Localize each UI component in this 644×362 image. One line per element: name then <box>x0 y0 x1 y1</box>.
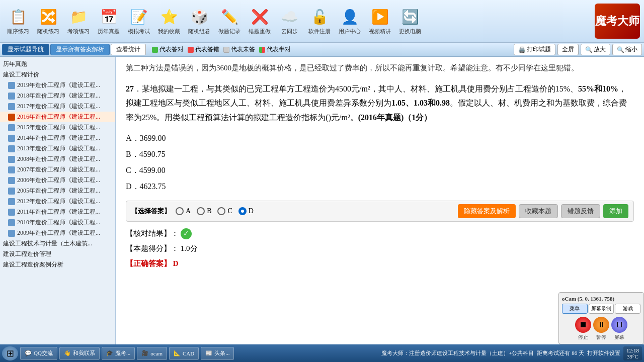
sidebar-item-2019[interactable]: 2019年造价工程师《建设工程... <box>0 80 115 90</box>
toolbar-item-past[interactable]: 📅 历年真题 <box>95 5 123 37</box>
random-label: 随机练习 <box>37 28 59 35</box>
item-icon-2008 <box>8 156 15 163</box>
radio-b-circle[interactable] <box>197 207 205 215</box>
taskbar-item-ocam[interactable]: 🎥 ocam <box>137 347 167 360</box>
sidebar-item-2005[interactable]: 2005年造价工程师《建设工程... <box>0 186 115 196</box>
taskbar-item-contact[interactable]: 👋 和我联系 <box>59 347 100 360</box>
taskbar-item-mokao[interactable]: 🎓 魔考... <box>102 347 135 360</box>
item-icon-2010 <box>8 219 15 226</box>
sidebar-item-2010[interactable]: 2010年造价工程师《建设工程... <box>0 217 115 228</box>
taskbar-item-news[interactable]: 📰 头条... <box>201 347 234 360</box>
taskbar-clock: 12:18 39°C <box>623 346 642 360</box>
indicator-half: 代表半对 <box>259 45 291 54</box>
sidebar-item-2016[interactable]: 2016年造价工程师《建设工程... <box>0 112 115 122</box>
radio-option-a[interactable]: A <box>176 207 191 215</box>
register-icon: 🔓 <box>309 7 330 27</box>
toolbar-item-change-pc[interactable]: 🔄 更换电脑 <box>396 5 424 37</box>
sidebar-item-2008[interactable]: 2008年造价工程师《建设工程... <box>0 154 115 164</box>
radio-a-circle[interactable] <box>176 207 184 215</box>
start-button[interactable]: ⊞ <box>2 346 18 360</box>
add-button[interactable]: 添加 <box>603 204 628 218</box>
software-settings[interactable]: 打开软件设置 <box>587 349 620 357</box>
item-icon-2006 <box>8 177 15 184</box>
sidebar-item-2007[interactable]: 2007年造价工程师《建设工程... <box>0 164 115 175</box>
ocam-stop-button[interactable]: ⏹ 停止 <box>575 317 591 341</box>
answer-row: 【选择答案】 A B C D <box>126 201 634 222</box>
collect-icon: ⭐ <box>159 7 179 27</box>
app-logo: 魔考大师 <box>595 4 640 39</box>
main-layout: 历年真题 建设工程计价 2019年造价工程师《建设工程... 2018年造价工程… <box>0 57 644 344</box>
radio-c-circle[interactable] <box>217 207 225 215</box>
sidebar-item-2018[interactable]: 2018年造价工程师《建设工程... <box>0 90 115 101</box>
sidebar-item-2014[interactable]: 2014年造价工程师《建设工程... <box>0 133 115 143</box>
radio-option-d[interactable]: D <box>238 207 254 215</box>
sidebar-section-tech[interactable]: 建设工程技术与计量（土木建筑... <box>0 238 115 249</box>
item-icon-2017 <box>8 103 15 110</box>
sidebar-item-2009[interactable]: 2009年造价工程师《建设工程... <box>0 228 115 238</box>
sidebar-item-2012[interactable]: 2012年造价工程师《建设工程... <box>0 196 115 207</box>
indicator-unanswered: 代表未答 <box>223 45 255 54</box>
taskbar: ⊞ 💬 QQ交流 👋 和我联系 🎓 魔考... 🎥 ocam 📐 CAD 📰 头… <box>0 344 644 362</box>
sequential-icon: 📋 <box>8 7 28 27</box>
cad-icon: 📐 <box>174 350 181 356</box>
ocam-tab-record[interactable]: 屏幕录制 <box>589 304 614 314</box>
hide-answer-button[interactable]: 隐藏答案及解析 <box>458 204 516 218</box>
ocam-pause-button[interactable]: ⏸ 暂停 <box>593 317 609 341</box>
toolbar-item-subject[interactable]: 📁 考项练习 <box>64 5 93 37</box>
toolbar-item-sync[interactable]: ☁️ 云同步 <box>276 5 303 37</box>
toolbar-item-random[interactable]: 🔀 随机练习 <box>34 5 62 37</box>
answer-button[interactable]: 显示所有答案解析 <box>50 44 110 55</box>
toolbar-item-video[interactable]: ▶️ 视频精讲 <box>366 5 394 37</box>
sidebar-item-2006[interactable]: 2006年造价工程师《建设工程... <box>0 175 115 186</box>
question-text: 27．某地拟建一工程，与其类似的已完工程单方工程造价为4500元/m²，其中人、… <box>126 82 634 125</box>
toolbar-item-collect[interactable]: ⭐ 我的收藏 <box>155 5 183 37</box>
mock-icon: 📝 <box>129 7 149 27</box>
qq-icon: 💬 <box>25 350 32 356</box>
zoom-out-button[interactable]: 🔍 缩小 <box>612 44 642 55</box>
status-text: 魔考大师：注册造价师建设工程技术与计量（土建）+公共科目 <box>381 349 534 357</box>
nav-button[interactable]: 显示试题导航 <box>2 44 49 55</box>
sidebar-section-manage[interactable]: 建设工程造价管理 <box>0 249 115 259</box>
radio-option-b[interactable]: B <box>197 207 211 215</box>
taskbar-item-qq[interactable]: 💬 QQ交流 <box>20 347 57 360</box>
toolbar-item-sequential[interactable]: 📋 顺序练习 <box>4 5 32 37</box>
stop-icon: ⏹ <box>575 317 591 333</box>
sidebar-section-price[interactable]: 建设工程计价 <box>0 69 115 80</box>
sidebar-item-2015[interactable]: 2015年造价工程师《建设工程... <box>0 122 115 133</box>
sidebar-item-2011[interactable]: 2011年造价工程师《建设工程... <box>0 207 115 217</box>
taskbar-right: 魔考大师：注册造价师建设工程技术与计量（土建）+公共科目 距离考试还有 86 天… <box>381 346 642 360</box>
taskbar-item-cad[interactable]: 📐 CAD <box>169 347 199 360</box>
toolbar-item-user[interactable]: 👤 用户中心 <box>336 5 364 37</box>
unanswered-dot <box>223 47 229 53</box>
toolbar-item-wrong[interactable]: ❌ 错题重做 <box>246 5 274 37</box>
toolbar-item-random-group[interactable]: 🎲 随机组卷 <box>185 5 213 37</box>
ocam-tab-game[interactable]: 游戏 <box>615 304 640 314</box>
score-value: 1.0分 <box>181 244 198 252</box>
toolbar-item-do-topic[interactable]: ✏️ 做题记录 <box>215 5 244 37</box>
stats-button[interactable]: 查看统计 <box>111 44 146 55</box>
toolbar-item-register[interactable]: 🔓 软件注册 <box>305 5 334 37</box>
collect-button[interactable]: 收藏本题 <box>519 204 558 218</box>
change-pc-label: 更换电脑 <box>399 28 421 35</box>
zoom-in-button[interactable]: 🔍 放大 <box>581 44 610 55</box>
radio-group[interactable]: A B C D <box>176 207 254 215</box>
radio-d-label: D <box>249 207 254 215</box>
verify-row: 【核对结果】： ✓ <box>126 226 634 241</box>
radio-option-c[interactable]: C <box>217 207 232 215</box>
print-button[interactable]: 🖨️ 打印试题 <box>514 44 555 55</box>
sidebar-item-2017[interactable]: 2017年造价工程师《建设工程... <box>0 101 115 112</box>
radio-b-label: B <box>207 207 211 215</box>
ocam-title: oCam (5, 0, 1361, 758) <box>562 296 640 302</box>
random-group-icon: 🎲 <box>189 7 209 27</box>
ocam-tab-menu[interactable]: 菜单 <box>562 304 588 314</box>
radio-d-circle[interactable] <box>238 207 247 215</box>
mock-label: 模拟考试 <box>128 28 150 35</box>
toolbar-item-mock[interactable]: 📝 模拟考试 <box>125 5 153 37</box>
sidebar-item-2013[interactable]: 2013年造价工程师《建设工程... <box>0 143 115 154</box>
wrong-label: 错题重做 <box>249 28 271 35</box>
verify-checkmark: ✓ <box>181 228 192 239</box>
sidebar-section-case[interactable]: 建设工程造价案例分析 <box>0 259 115 270</box>
ocam-screen-button[interactable]: 🖥 屏幕 <box>611 317 627 341</box>
fullscreen-button[interactable]: 全屏 <box>557 44 579 55</box>
feedback-button[interactable]: 错题反馈 <box>561 204 600 218</box>
